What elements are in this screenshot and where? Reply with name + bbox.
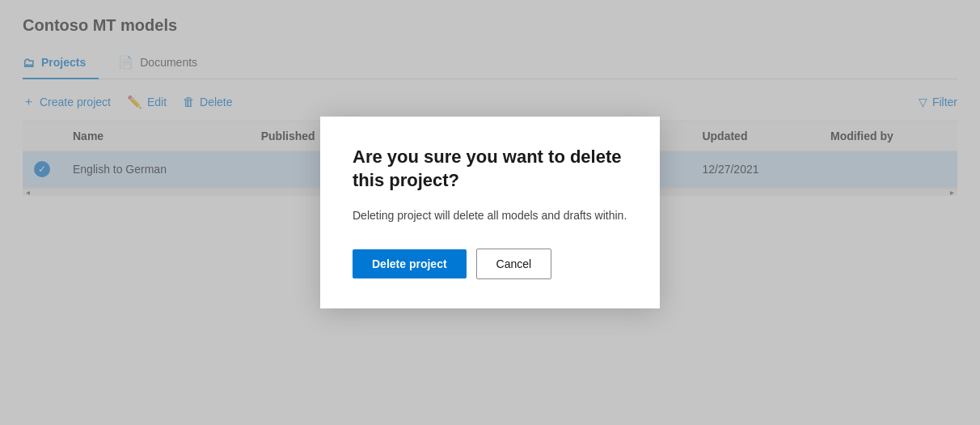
modal-overlay: Are you sure you want to delete this pro… [0, 0, 980, 425]
cancel-button[interactable]: Cancel [476, 249, 552, 279]
confirm-delete-button[interactable]: Delete project [353, 249, 467, 278]
page-background: Contoso MT models 🗂 Projects 📄 Documents… [0, 0, 980, 425]
dialog-body: Deleting project will delete all models … [353, 207, 627, 224]
dialog-actions: Delete project Cancel [353, 249, 627, 279]
confirm-dialog: Are you sure you want to delete this pro… [320, 117, 660, 308]
dialog-title: Are you sure you want to delete this pro… [353, 146, 627, 192]
